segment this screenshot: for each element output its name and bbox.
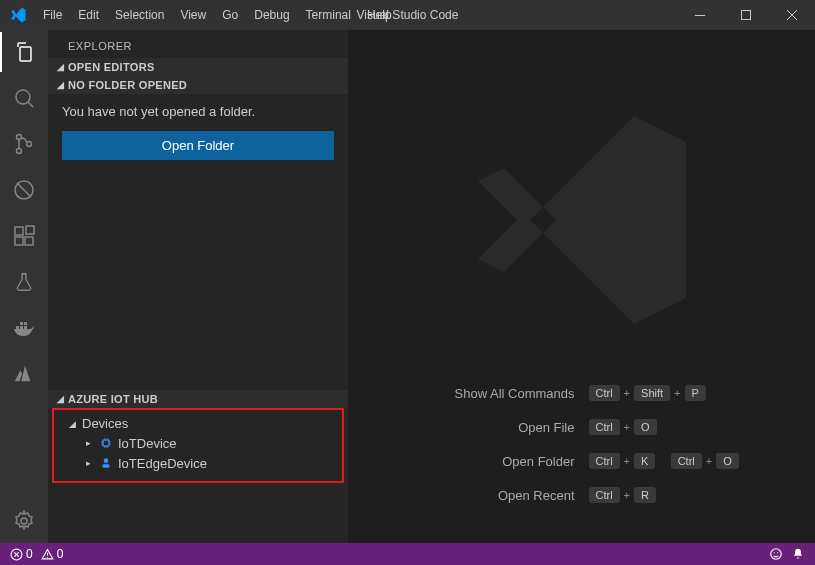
shortcut-label: Show All Commands	[375, 386, 575, 401]
menu-view[interactable]: View	[172, 0, 214, 30]
section-label: NO FOLDER OPENED	[68, 79, 187, 91]
svg-rect-19	[24, 322, 27, 325]
tree-label: Devices	[82, 416, 128, 431]
key: Ctrl	[589, 385, 620, 401]
shortcut-label: Open Recent	[375, 488, 575, 503]
settings-gear-icon[interactable]	[10, 507, 38, 535]
azure-icon[interactable]	[10, 360, 38, 388]
window-controls	[677, 0, 815, 30]
smiley-icon	[769, 547, 783, 561]
status-warnings[interactable]: 0	[41, 547, 64, 561]
svg-rect-31	[103, 464, 110, 468]
test-beaker-icon[interactable]	[10, 268, 38, 296]
shortcut-keys: Ctrl+ O	[589, 419, 789, 435]
svg-rect-15	[16, 326, 19, 329]
key: P	[685, 385, 706, 401]
sidebar-explorer: EXPLORER ◢ OPEN EDITORS ◢ NO FOLDER OPEN…	[48, 30, 348, 543]
iot-devices-tree: ◢ Devices ▸ IoTDevice ▸ IoTEdgeDevice	[54, 410, 342, 477]
svg-rect-1	[742, 11, 751, 20]
menu-go[interactable]: Go	[214, 0, 246, 30]
tree-label: IoTDevice	[118, 436, 177, 451]
key: O	[716, 453, 739, 469]
activity-bar	[0, 30, 48, 543]
svg-rect-13	[25, 237, 33, 245]
no-folder-message: You have not yet opened a folder.	[62, 104, 334, 119]
tree-node-iotdevice[interactable]: ▸ IoTDevice	[54, 433, 342, 453]
chevron-down-icon: ◢	[54, 62, 68, 72]
key: O	[634, 419, 657, 435]
svg-rect-18	[20, 322, 23, 325]
chip-icon	[98, 435, 114, 451]
key: Ctrl	[671, 453, 702, 469]
status-feedback[interactable]	[769, 547, 783, 561]
shortcut-keys: Ctrl+ R	[589, 487, 789, 503]
svg-point-8	[27, 142, 32, 147]
svg-point-30	[104, 458, 109, 463]
shortcut-keys: Ctrl+ K Ctrl+ O	[589, 453, 789, 469]
status-errors[interactable]: 0	[10, 547, 33, 561]
shortcut-row: Open Folder Ctrl+ K Ctrl+ O	[348, 453, 815, 469]
title-bar: File Edit Selection View Go Debug Termin…	[0, 0, 815, 30]
minimize-button[interactable]	[677, 0, 723, 30]
menu-selection[interactable]: Selection	[107, 0, 172, 30]
vscode-logo-icon	[0, 6, 35, 24]
chevron-right-icon: ▸	[82, 438, 94, 448]
extensions-icon[interactable]	[10, 222, 38, 250]
edge-device-icon	[98, 455, 114, 471]
chevron-down-icon: ◢	[54, 80, 68, 90]
highlight-box: ◢ Devices ▸ IoTDevice ▸ IoTEdgeDevice	[52, 408, 344, 483]
status-bar: 0 0	[0, 543, 815, 565]
explorer-icon[interactable]	[10, 38, 38, 66]
svg-point-4	[16, 90, 30, 104]
svg-line-10	[17, 183, 31, 197]
svg-point-39	[777, 552, 778, 553]
svg-point-7	[17, 149, 22, 154]
maximize-button[interactable]	[723, 0, 769, 30]
debug-icon[interactable]	[10, 176, 38, 204]
window-title: Visual Studio Code	[357, 8, 459, 22]
open-folder-button[interactable]: Open Folder	[62, 131, 334, 160]
menu-terminal[interactable]: Terminal	[298, 0, 359, 30]
shortcut-row: Show All Commands Ctrl+ Shift+ P	[348, 385, 815, 401]
svg-point-20	[21, 518, 27, 524]
key: Ctrl	[589, 453, 620, 469]
tree-node-iotedgedevice[interactable]: ▸ IoTEdgeDevice	[54, 453, 342, 473]
section-label: AZURE IOT HUB	[68, 393, 158, 405]
no-folder-body: You have not yet opened a folder. Open F…	[48, 94, 348, 170]
close-button[interactable]	[769, 0, 815, 30]
editor-watermark: Show All Commands Ctrl+ Shift+ P Open Fi…	[348, 30, 815, 543]
menu-debug[interactable]: Debug	[246, 0, 297, 30]
section-open-editors[interactable]: ◢ OPEN EDITORS	[48, 58, 348, 76]
svg-rect-11	[15, 227, 23, 235]
section-no-folder[interactable]: ◢ NO FOLDER OPENED	[48, 76, 348, 94]
svg-rect-21	[103, 440, 109, 446]
key: Shift	[634, 385, 670, 401]
svg-point-36	[47, 556, 48, 557]
shortcut-row: Open File Ctrl+ O	[348, 419, 815, 435]
svg-rect-16	[20, 326, 23, 329]
error-icon	[10, 548, 23, 561]
svg-rect-17	[24, 326, 27, 329]
key: K	[634, 453, 655, 469]
search-icon[interactable]	[10, 84, 38, 112]
chevron-right-icon: ▸	[82, 458, 94, 468]
key: Ctrl	[589, 487, 620, 503]
status-notifications[interactable]	[791, 547, 805, 561]
shortcut-label: Open Folder	[375, 454, 575, 469]
svg-rect-14	[26, 226, 34, 234]
menu-file[interactable]: File	[35, 0, 70, 30]
svg-point-6	[17, 135, 22, 140]
source-control-icon[interactable]	[10, 130, 38, 158]
svg-line-5	[28, 102, 33, 107]
section-label: OPEN EDITORS	[68, 61, 155, 73]
svg-point-38	[774, 552, 775, 553]
tree-node-devices[interactable]: ◢ Devices	[54, 414, 342, 433]
warning-count: 0	[57, 547, 64, 561]
docker-icon[interactable]	[10, 314, 38, 342]
section-azure-iot-hub[interactable]: ◢ AZURE IOT HUB	[48, 390, 348, 408]
menu-edit[interactable]: Edit	[70, 0, 107, 30]
shortcut-label: Open File	[375, 420, 575, 435]
chevron-down-icon: ◢	[54, 394, 68, 404]
svg-point-37	[771, 549, 782, 560]
svg-rect-12	[15, 237, 23, 245]
